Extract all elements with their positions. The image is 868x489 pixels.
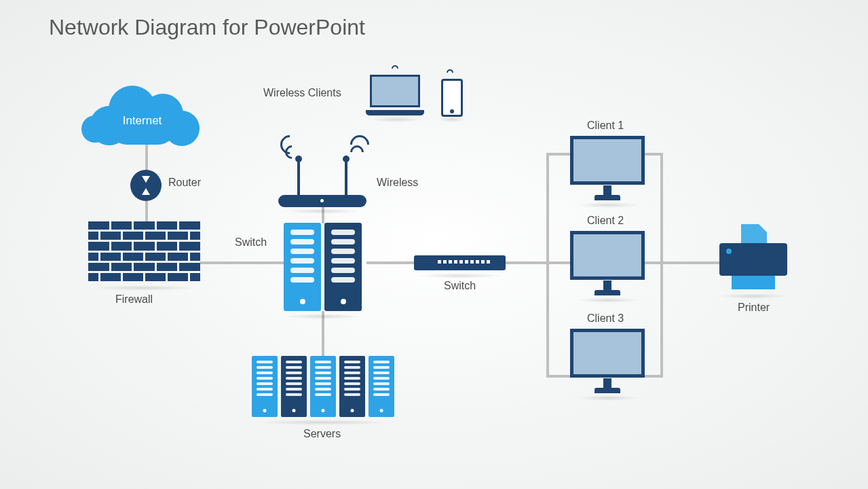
link-router-firewall: [145, 201, 148, 224]
switch-label-left: Switch: [235, 236, 267, 249]
server-large-2-icon: [324, 223, 362, 311]
switch-icon: [414, 255, 506, 270]
client2-label: Client 2: [587, 215, 624, 227]
bus-vertical: [546, 153, 549, 377]
servers-small-shadow: [254, 420, 394, 425]
printer-icon: [719, 224, 787, 292]
server-small-1-icon: [252, 356, 278, 417]
server-small-2-icon: [281, 356, 307, 417]
link-servers-switch: [366, 261, 414, 264]
page-title: Network Diagram for PowerPoint: [49, 15, 365, 40]
printer-label: Printer: [738, 302, 770, 314]
servers-label: Servers: [303, 428, 341, 440]
firewall-shadow: [94, 285, 195, 291]
client2-monitor-icon: [570, 231, 645, 295]
firewall-label: Firewall: [115, 293, 153, 306]
server-large-1-icon: [284, 223, 321, 311]
phone-wave-icon: [447, 69, 453, 73]
bus-vertical-right: [660, 153, 663, 377]
wireless-ap-icon: [278, 146, 366, 207]
client3-shadow: [577, 395, 639, 401]
client1-monitor-icon: [570, 136, 645, 200]
server-small-4-icon: [339, 356, 365, 417]
laptop-icon: [366, 75, 424, 115]
switch-shadow: [418, 273, 502, 278]
wireless-clients-label: Wireless Clients: [263, 87, 341, 99]
internet-label: Internet: [83, 114, 202, 128]
link-firewall-servers: [200, 261, 288, 264]
client2-shadow: [577, 297, 639, 303]
laptop-shadow: [370, 117, 423, 122]
phone-shadow: [438, 117, 466, 122]
firewall-icon: [88, 221, 200, 281]
router-label: Router: [168, 177, 201, 189]
router-icon: [130, 170, 162, 201]
servers-shadow: [284, 314, 362, 319]
printer-shadow: [719, 293, 787, 299]
client3-label: Client 3: [587, 312, 624, 325]
phone-icon: [441, 79, 463, 117]
server-small-5-icon: [369, 356, 394, 417]
wireless-label: Wireless: [377, 177, 418, 189]
switch-label: Switch: [444, 280, 476, 292]
wireless-shadow: [285, 209, 360, 214]
client1-shadow: [577, 202, 639, 208]
server-small-3-icon: [310, 356, 336, 417]
internet-cloud-icon: Internet: [83, 80, 202, 148]
client1-label: Client 1: [587, 120, 624, 132]
client3-monitor-icon: [570, 329, 645, 393]
